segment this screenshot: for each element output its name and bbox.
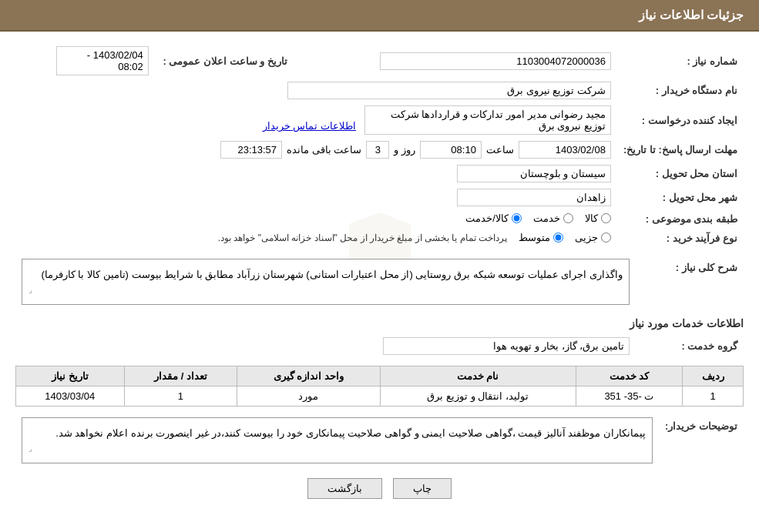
deadline-row: مهلت ارسال پاسخ: تا تاریخ: 1403/02/08 سا… [15,138,744,162]
city-row: شهر محل تحویل : زاهدان [15,186,744,209]
city-label: شهر محل تحویل : [617,186,744,209]
description-table: شرح کلی نیاز : واگذاری اجرای عملیات توسع… [15,256,744,308]
process-radio-jozi-label: جزیی [575,232,598,243]
category-radio-khadamat-label: خدمت [533,212,560,224]
cell-unit: مورد [237,386,380,407]
col-header-row: ردیف [683,366,744,386]
category-radio-khadamat-input[interactable] [563,213,573,223]
category-label: طبقه بندی موضوعی : [617,209,744,229]
buyer-notes-text: پیمانکاران موظفند آنالیز قیمت ،گواهی صلا… [55,427,646,439]
buyer-notes-table: توضیحات خریدار: پیمانکاران موظفند آنالیز… [15,414,744,467]
creator-label: ایجاد کننده درخواست : [617,102,744,138]
need-number-label: شماره نیاز : [617,43,744,79]
category-radio-group: کالا خدمت کالا/خدمت [465,212,611,224]
city-value: زاهدان [15,186,617,209]
description-text: واگذاری اجرای عملیات توسعه شبکه برق روست… [41,269,623,280]
cell-date: 1403/03/04 [16,386,125,407]
description-cell: واگذاری اجرای عملیات توسعه شبکه برق روست… [15,256,636,308]
buyer-org-value: شرکت توزیع نیروی برق [15,79,617,102]
page-title: جزئیات اطلاعات نیاز [639,8,744,22]
services-section-title: اطلاعات خدمات مورد نیاز [15,317,744,330]
creator-value: مجید رضوانی مدیر امور تدارکات و قرارداده… [15,102,617,138]
need-number-row: شماره نیاز : 1103004072000036 تاریخ و سا… [15,43,744,79]
remaining-time: 23:13:57 [220,141,282,159]
buyer-org-label: نام دستگاه خریدار : [617,79,744,102]
category-radio-both: کالا/خدمت [465,212,522,224]
description-label: شرح کلی نیاز : [636,256,744,308]
city-display: زاهدان [457,189,611,206]
col-header-qty: تعداد / مقدار [124,366,237,386]
col-header-code: کد خدمت [576,366,683,386]
service-group-display: تامین برق، گاز، بخار و تهویه هوا [383,337,630,355]
days-label: روز و [394,144,415,156]
announcement-label: تاریخ و ساعت اعلان عمومی : [155,43,294,79]
need-number-value: 1103004072000036 [294,43,617,79]
category-radio-kala-label: کالا [585,212,598,224]
description-row: شرح کلی نیاز : واگذاری اجرای عملیات توسع… [15,256,744,308]
process-radio-group: جزیی متوسط پرداخت تمام یا بخشی از مبلغ خ… [218,232,611,243]
deadline-days: 3 [366,141,389,159]
category-radio-both-input[interactable] [512,213,522,223]
col-header-date: تاریخ نیاز [16,366,125,386]
services-header-row: ردیف کد خدمت نام خدمت واحد اندازه گیری ت… [16,366,744,386]
col-header-unit: واحد اندازه گیری [237,366,380,386]
process-radio-motawaset: متوسط [519,232,563,243]
buyer-notes-cell: پیمانکاران موظفند آنالیز قیمت ،گواهی صلا… [15,414,659,467]
notes-resize-handle: ⌟ [29,442,646,456]
service-group-table: گروه خدمت : تامین برق، گاز، بخار و تهویه… [15,334,744,358]
resize-handle: ⌟ [29,283,623,297]
province-display: سیستان و بلوچستان [457,165,611,182]
deadline-label: مهلت ارسال پاسخ: تا تاریخ: [617,138,744,162]
category-radio-kala: کالا [585,212,611,224]
services-table-body: 1 ت -35- 351 تولید، انتقال و توزیع برق م… [16,386,744,407]
services-table-head: ردیف کد خدمت نام خدمت واحد اندازه گیری ت… [16,366,744,386]
page-wrapper: جزئیات اطلاعات نیاز finder.net شماره نیا… [0,0,759,532]
print-button[interactable]: چاپ [393,478,452,499]
cell-name: تولید، انتقال و توزیع برق [380,386,576,407]
process-value: جزیی متوسط پرداخت تمام یا بخشی از مبلغ خ… [15,229,617,248]
service-group-row: گروه خدمت : تامین برق، گاز، بخار و تهویه… [15,334,744,358]
process-label: نوع فرآیند خرید : [617,229,744,248]
deadline-time: 08:10 [420,141,482,159]
province-value: سیستان و بلوچستان [15,162,617,186]
announcement-display: 1403/02/04 - 08:02 [56,46,149,75]
category-radio-both-label: کالا/خدمت [465,212,509,224]
province-row: استان محل تحویل : سیستان و بلوچستان [15,162,744,186]
buyer-org-row: نام دستگاه خریدار : شرکت توزیع نیروی برق [15,79,744,102]
process-note: پرداخت تمام یا بخشی از مبلغ خریدار از مح… [218,233,507,243]
cell-qty: 1 [124,386,237,407]
creator-display: مجید رضوانی مدیر امور تدارکات و قرارداده… [364,105,611,135]
creator-row: ایجاد کننده درخواست : مجید رضوانی مدیر ا… [15,102,744,138]
cell-code: ت -35- 351 [576,386,683,407]
main-form-table: شماره نیاز : 1103004072000036 تاریخ و سا… [15,43,744,248]
buyer-notes-label: توضیحات خریدار: [659,414,744,467]
services-data-table: ردیف کد خدمت نام خدمت واحد اندازه گیری ت… [15,366,744,407]
deadline-value: 1403/02/08 ساعت 08:10 روز و 3 ساعت باقی … [15,138,617,162]
buyer-notes-display: پیمانکاران موظفند آنالیز قیمت ،گواهی صلا… [22,417,653,463]
announcement-value: 1403/02/04 - 08:02 [15,43,155,79]
action-buttons: چاپ بازگشت [15,478,744,499]
process-row: نوع فرآیند خرید : جزیی متوسط پرداخت [15,229,744,248]
cell-row-num: 1 [683,386,744,407]
deadline-date: 1403/02/08 [519,141,611,159]
province-label: استان محل تحویل : [617,162,744,186]
content-area: finder.net شماره نیاز : 1103004072000036… [0,32,759,510]
back-button[interactable]: بازگشت [307,478,382,499]
time-label: ساعت [486,144,514,156]
category-value: کالا خدمت کالا/خدمت [15,209,617,229]
process-radio-jozi-input[interactable] [601,233,611,243]
need-number-display: 1103004072000036 [380,52,611,70]
process-radio-jozi: جزیی [575,232,611,243]
category-radio-khadamat: خدمت [533,212,573,224]
table-row: 1 ت -35- 351 تولید، انتقال و توزیع برق م… [16,386,744,407]
service-group-label: گروه خدمت : [636,334,744,358]
category-radio-kala-input[interactable] [601,213,611,223]
process-radio-motawaset-input[interactable] [553,233,563,243]
buyer-notes-row: توضیحات خریدار: پیمانکاران موظفند آنالیز… [15,414,744,467]
remaining-label: ساعت باقی مانده [287,144,361,156]
description-display: واگذاری اجرای عملیات توسعه شبکه برق روست… [22,259,630,305]
col-header-name: نام خدمت [380,366,576,386]
creator-link[interactable]: اطلاعات تماس خریدار [263,120,356,132]
process-radio-motawaset-label: متوسط [519,232,550,243]
category-row: طبقه بندی موضوعی : کالا خدمت [15,209,744,229]
